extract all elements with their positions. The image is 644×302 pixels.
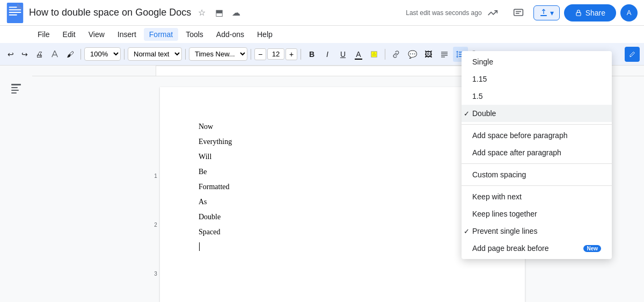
svg-rect-2 <box>9 9 21 10</box>
ruler-left-spacer <box>0 66 32 76</box>
image-btn[interactable]: 🖼 <box>421 47 436 62</box>
left-panel <box>0 76 32 302</box>
comment-icon <box>513 8 524 18</box>
font-size-control: − + <box>254 48 297 60</box>
spellcheck-btn[interactable] <box>47 48 62 61</box>
text-color-btn[interactable]: A <box>351 47 366 62</box>
keep-lines-together[interactable]: Keep lines together <box>462 205 612 222</box>
spellcheck-icon <box>50 50 59 59</box>
separator-b <box>462 163 612 164</box>
link-icon <box>392 50 400 59</box>
format-buttons: B I U A <box>304 47 382 62</box>
custom-spacing-label: Custom spacing <box>472 170 526 179</box>
menu-help[interactable]: Help <box>252 28 278 41</box>
cloud-icon[interactable]: ☁ <box>230 6 243 19</box>
font-size-input[interactable] <box>267 48 284 60</box>
share-label: Share <box>586 9 605 17</box>
line-spacing-dropdown: Single 1.15 1.5 Double Add space before … <box>462 51 612 259</box>
spacing-double-label: Double <box>472 109 496 118</box>
separator-a <box>462 124 612 125</box>
style-select[interactable]: Normal text <box>128 47 182 61</box>
link-btn[interactable] <box>389 47 404 62</box>
title-icons: ☆ ⬒ ☁ <box>195 6 243 19</box>
page-content[interactable]: Now Everything Will Be Formatted As Doub… <box>199 119 486 255</box>
menu-edit[interactable]: Edit <box>57 28 81 41</box>
italic-btn[interactable]: I <box>320 47 335 62</box>
line-now: Now <box>199 119 486 134</box>
user-avatar[interactable]: A <box>620 4 638 21</box>
line-everything: Everything <box>199 134 486 149</box>
menu-view[interactable]: View <box>83 28 110 41</box>
add-button[interactable]: ▾ <box>533 5 560 20</box>
add-space-before-label: Add space before paragraph <box>472 131 567 140</box>
spacing-double[interactable]: Double <box>462 105 612 122</box>
docs-icon <box>6 3 24 23</box>
font-size-decrease[interactable]: − <box>254 48 266 60</box>
add-space-before[interactable]: Add space before paragraph <box>462 127 612 144</box>
analytics-icon-btn[interactable] <box>482 2 503 24</box>
custom-spacing[interactable]: Custom spacing <box>462 166 612 183</box>
font-select[interactable]: Times New... <box>189 47 247 61</box>
spacing-15[interactable]: 1.5 <box>462 88 612 105</box>
add-btn-label: ▾ <box>550 9 554 17</box>
page-num-2: 2 <box>154 222 157 228</box>
menu-format[interactable]: Format <box>144 28 178 41</box>
svg-rect-41 <box>11 90 19 91</box>
spacing-115[interactable]: 1.15 <box>462 70 612 88</box>
print-btn[interactable]: 🖨 <box>32 48 46 61</box>
comment-inline-btn[interactable]: 💬 <box>405 47 420 62</box>
menu-addons[interactable]: Add-ons <box>211 28 250 41</box>
line-formatted: Formatted <box>199 179 486 195</box>
align-btn[interactable] <box>437 47 452 62</box>
paint-format-btn[interactable]: 🖌 <box>63 48 77 61</box>
star-icon[interactable]: ☆ <box>195 6 208 19</box>
page-num-3: 3 <box>154 271 157 277</box>
title-bar: How to double space on Google Docs ☆ ⬒ ☁… <box>0 0 644 26</box>
undo-btn[interactable]: ↩ <box>4 48 17 61</box>
spacing-single[interactable]: Single <box>462 53 612 70</box>
separator-3 <box>185 49 186 60</box>
menu-insert[interactable]: Insert <box>112 28 142 41</box>
menu-tools[interactable]: Tools <box>180 28 209 41</box>
line-be: Be <box>199 164 486 179</box>
bold-btn[interactable]: B <box>304 47 319 62</box>
keep-with-next[interactable]: Keep with next <box>462 188 612 205</box>
doc-title[interactable]: How to double space on Google Docs <box>29 7 191 18</box>
separator-5 <box>301 49 301 60</box>
outline-icon[interactable] <box>10 82 23 97</box>
add-space-after[interactable]: Add space after paragraph <box>462 144 612 161</box>
prevent-single-lines[interactable]: Prevent single lines <box>462 222 612 240</box>
comment-icon-btn[interactable] <box>508 2 529 24</box>
add-page-break-label: Add page break before <box>472 244 548 253</box>
add-page-break[interactable]: Add page break before New <box>462 240 612 257</box>
analytics-icon <box>487 8 498 18</box>
editing-mode-btn[interactable] <box>625 47 640 62</box>
header-right: ▾ Share A <box>482 2 638 24</box>
text-cursor <box>199 242 200 251</box>
page-num-1: 1 <box>154 173 157 179</box>
svg-rect-39 <box>11 84 21 85</box>
line-will: Will <box>199 149 486 164</box>
cursor-line <box>199 240 486 255</box>
font-size-increase[interactable]: + <box>286 48 297 60</box>
menu-file[interactable]: File <box>32 28 55 41</box>
highlight-icon <box>370 51 378 58</box>
svg-rect-1 <box>9 6 17 8</box>
svg-rect-42 <box>11 92 17 94</box>
line-spaced: Spaced <box>199 225 486 240</box>
align-icon <box>440 50 449 59</box>
spacing-115-label: 1.15 <box>472 75 487 83</box>
page-numbers: 1 2 3 <box>151 87 160 302</box>
separator-1 <box>80 49 81 60</box>
prevent-single-lines-label: Prevent single lines <box>472 227 537 235</box>
zoom-select[interactable]: 100% <box>84 47 121 61</box>
folder-icon[interactable]: ⬒ <box>213 6 225 19</box>
redo-btn[interactable]: ↪ <box>18 48 31 61</box>
svg-rect-40 <box>11 87 18 88</box>
separator-6 <box>385 49 385 60</box>
share-button[interactable]: Share <box>564 4 616 21</box>
highlight-btn[interactable] <box>367 47 382 62</box>
line-as: As <box>199 195 486 210</box>
underline-btn[interactable]: U <box>335 47 350 62</box>
separator-c <box>462 185 612 186</box>
